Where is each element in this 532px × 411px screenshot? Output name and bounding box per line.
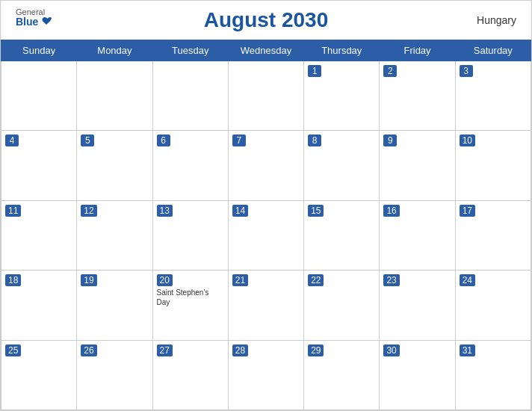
day-number: 3 [460, 65, 473, 77]
calendar-cell: 13 [152, 200, 228, 270]
day-number: 22 [308, 274, 324, 286]
calendar-cell: 2 [380, 61, 455, 131]
calendar-cell: 16 [380, 200, 455, 270]
calendar-cell [1, 61, 77, 131]
calendar-cell: 22 [304, 271, 380, 340]
day-number: 7 [232, 135, 246, 146]
day-number: 10 [460, 135, 475, 146]
day-number: 30 [383, 344, 399, 356]
calendar-cell: 9 [380, 131, 455, 200]
weekday-header: Sunday [1, 40, 77, 61]
weekday-header: Wednesday [228, 40, 303, 61]
calendar-title: August 2030 [204, 8, 329, 32]
day-number: 18 [5, 274, 21, 286]
calendar-header-row: SundayMondayTuesdayWednesdayThursdayFrid… [1, 40, 531, 61]
day-number: 8 [308, 135, 321, 146]
day-number: 6 [157, 135, 170, 146]
day-number: 17 [460, 205, 475, 217]
day-number: 9 [383, 135, 397, 146]
holiday-label: Saint Stephen's Day [157, 288, 224, 307]
day-number: 23 [383, 274, 399, 286]
day-number: 16 [383, 205, 399, 217]
calendar-cell: 26 [77, 340, 152, 410]
day-number: 12 [81, 205, 96, 217]
calendar-cell [77, 61, 152, 131]
calendar-cell: 4 [1, 131, 77, 200]
calendar-table: SundayMondayTuesdayWednesdayThursdayFrid… [1, 40, 531, 410]
calendar-cell: 25 [1, 340, 77, 410]
day-number: 11 [5, 205, 21, 217]
calendar-cell: 7 [228, 131, 303, 200]
calendar-cell: 15 [304, 200, 380, 270]
logo-bird-icon [40, 16, 53, 27]
calendar-cell: 17 [455, 200, 531, 270]
day-number: 14 [232, 205, 248, 217]
calendar-container: General Blue August 2030 Hungary SundayM… [0, 0, 532, 411]
calendar-cell: 8 [304, 131, 380, 200]
calendar-header: General Blue August 2030 Hungary [1, 1, 531, 40]
calendar-cell: 5 [77, 131, 152, 200]
day-number: 1 [308, 65, 321, 77]
calendar-body: 1234567891011121314151617181920Saint Ste… [1, 61, 531, 410]
day-number: 2 [383, 65, 397, 77]
calendar-cell: 12 [77, 200, 152, 270]
calendar-cell: 1 [304, 61, 380, 131]
calendar-cell: 23 [380, 271, 455, 340]
calendar-cell [228, 61, 303, 131]
weekday-header: Thursday [304, 40, 380, 61]
logo-blue-text: Blue [16, 16, 53, 27]
calendar-cell: 11 [1, 200, 77, 270]
day-number: 4 [5, 135, 19, 146]
calendar-cell: 6 [152, 131, 228, 200]
calendar-cell: 21 [228, 271, 303, 340]
calendar-cell: 28 [228, 340, 303, 410]
calendar-cell: 10 [455, 131, 531, 200]
country-label: Hungary [477, 14, 516, 26]
day-number: 13 [157, 205, 173, 217]
calendar-cell: 29 [304, 340, 380, 410]
day-number: 26 [81, 344, 96, 356]
day-number: 20 [157, 274, 173, 286]
day-number: 21 [232, 274, 248, 286]
calendar-cell: 14 [228, 200, 303, 270]
calendar-cell: 30 [380, 340, 455, 410]
day-number: 31 [460, 344, 475, 356]
day-number: 29 [308, 344, 324, 356]
day-number: 15 [308, 205, 324, 217]
day-number: 28 [232, 344, 248, 356]
logo: General Blue [16, 8, 53, 27]
weekday-header: Friday [380, 40, 455, 61]
calendar-cell: 31 [455, 340, 531, 410]
day-number: 24 [460, 274, 475, 286]
calendar-cell [152, 61, 228, 131]
weekday-header: Saturday [455, 40, 531, 61]
day-number: 19 [81, 274, 96, 286]
weekday-header: Monday [77, 40, 152, 61]
calendar-cell: 19 [77, 271, 152, 340]
day-number: 5 [81, 135, 94, 146]
day-number: 25 [5, 344, 21, 356]
calendar-cell: 18 [1, 271, 77, 340]
calendar-cell: 20Saint Stephen's Day [152, 271, 228, 340]
calendar-cell: 27 [152, 340, 228, 410]
calendar-cell: 3 [455, 61, 531, 131]
calendar-cell: 24 [455, 271, 531, 340]
day-number: 27 [157, 344, 173, 356]
weekday-header: Tuesday [152, 40, 228, 61]
